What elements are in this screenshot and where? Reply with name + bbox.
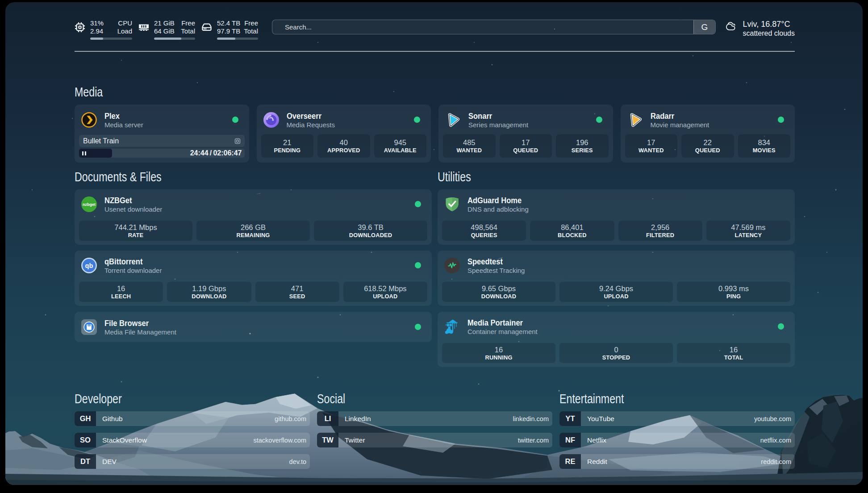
svg-text:nzbget: nzbget bbox=[83, 202, 96, 206]
svg-text:qb: qb bbox=[85, 262, 93, 269]
